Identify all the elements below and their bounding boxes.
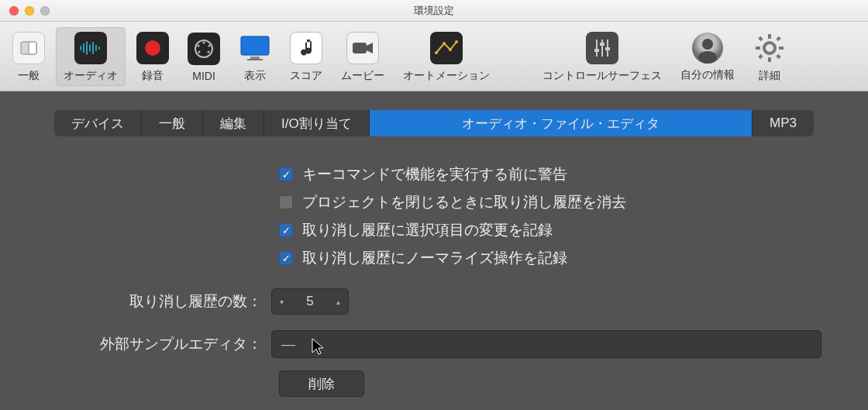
delete-button-row: 削除: [279, 370, 822, 397]
toolbar-item-movie[interactable]: ムービー: [333, 27, 392, 86]
tab-devices[interactable]: デバイス: [54, 110, 142, 136]
svg-rect-1: [29, 42, 36, 54]
checkbox-clear-undo-on-close[interactable]: プロジェクトを閉じるときに取り消し履歴を消去: [279, 192, 822, 212]
switch-icon: [12, 32, 45, 64]
toolbar-label: 一般: [18, 69, 40, 83]
svg-rect-19: [353, 43, 367, 53]
toolbar-label: ムービー: [341, 69, 384, 83]
svg-rect-27: [594, 49, 599, 52]
audio-pref-tabs: デバイス 一般 編集 I/O割り当て オーディオ・ファイル・エディタ MP3: [54, 110, 814, 136]
svg-rect-34: [768, 57, 771, 62]
form-area: ✓ キーコマンドで機能を実行する前に警告 プロジェクトを閉じるときに取り消し履歴…: [46, 164, 822, 397]
tab-mp3[interactable]: MP3: [753, 110, 814, 136]
external-editor-value: —: [281, 336, 295, 353]
svg-rect-40: [758, 53, 763, 58]
external-editor-label: 外部サンプルエディタ：: [46, 334, 271, 354]
toolbar-item-audio[interactable]: オーディオ: [56, 27, 126, 86]
svg-point-20: [435, 51, 438, 54]
svg-point-13: [208, 44, 211, 47]
automation-icon: [430, 32, 463, 64]
delete-button[interactable]: 削除: [279, 370, 364, 397]
chevron-up-icon[interactable]: ▴: [336, 298, 340, 306]
svg-point-21: [443, 42, 446, 45]
chevron-down-icon[interactable]: ▾: [280, 298, 284, 306]
svg-rect-18: [247, 59, 263, 60]
toolbar-item-general[interactable]: 一般: [5, 27, 53, 86]
toolbar-item-score[interactable]: スコア: [282, 27, 330, 86]
svg-point-12: [198, 44, 200, 47]
camera-icon: [346, 32, 379, 64]
checkbox-icon: ✓: [279, 223, 293, 237]
svg-rect-29: [605, 47, 610, 50]
check-mark-icon: ✓: [282, 253, 291, 264]
svg-rect-38: [776, 53, 780, 58]
toolbar-label: 自分の情報: [680, 68, 735, 82]
external-editor-field[interactable]: —: [271, 330, 822, 358]
svg-point-14: [198, 50, 201, 53]
toolbar-label: オートメーション: [403, 69, 490, 83]
svg-point-32: [764, 43, 775, 53]
toolbar-label: 録音: [142, 69, 164, 83]
undo-steps-label: 取り消し履歴の数：: [46, 291, 271, 312]
checkbox-icon: ✓: [279, 251, 293, 265]
undo-steps-stepper[interactable]: ▾ 5 ▴: [271, 288, 349, 315]
svg-point-22: [449, 48, 452, 51]
toolbar-label: 表示: [244, 69, 266, 83]
music-note-icon: [290, 32, 322, 64]
tab-io-assignments[interactable]: I/O割り当て: [264, 110, 370, 136]
record-icon: [136, 32, 169, 64]
checkbox-record-normalize-undo[interactable]: ✓ 取り消し履歴にノーマライズ操作を記録: [279, 248, 822, 268]
svg-point-30: [702, 39, 713, 50]
svg-rect-36: [779, 47, 784, 50]
toolbar-label: MIDI: [192, 70, 215, 82]
toolbar-item-record[interactable]: 録音: [129, 27, 177, 86]
toolbar-item-automation[interactable]: オートメーション: [395, 27, 498, 86]
tab-general[interactable]: 一般: [142, 110, 203, 136]
svg-rect-33: [768, 34, 771, 39]
svg-point-15: [208, 50, 210, 53]
checkbox-icon: ✓: [279, 167, 293, 181]
faders-icon: [586, 32, 618, 64]
svg-rect-35: [756, 47, 760, 50]
svg-point-31: [698, 51, 717, 64]
avatar-icon: [692, 33, 723, 64]
gear-icon: [753, 32, 786, 64]
tab-editing[interactable]: 編集: [203, 110, 264, 136]
svg-point-23: [455, 40, 458, 43]
svg-point-9: [145, 40, 160, 56]
checkbox-label: キーコマンドで機能を実行する前に警告: [302, 164, 567, 184]
toolbar-label: 詳細: [759, 69, 780, 83]
preferences-toolbar: 一般 オーディオ 録音 MIDI 表示 スコア ムービー: [0, 22, 868, 91]
toolbar-item-control-surfaces[interactable]: コントロールサーフェス: [535, 27, 670, 86]
window-title: 環境設定: [0, 4, 868, 18]
cursor-icon: [311, 337, 325, 356]
toolbar-label: オーディオ: [64, 69, 118, 83]
checkbox-warn-before-key-command[interactable]: ✓ キーコマンドで機能を実行する前に警告: [279, 164, 822, 184]
checkbox-record-selection-undo[interactable]: ✓ 取り消し履歴に選択項目の変更を記録: [279, 220, 822, 240]
toolbar-item-display[interactable]: 表示: [231, 27, 279, 86]
check-mark-icon: ✓: [282, 170, 291, 180]
display-icon: [239, 32, 271, 64]
svg-rect-16: [241, 36, 269, 55]
midi-port-icon: [188, 33, 220, 65]
undo-steps-value: 5: [278, 294, 342, 309]
checkbox-label: 取り消し履歴にノーマライズ操作を記録: [302, 248, 567, 268]
toolbar-item-midi[interactable]: MIDI: [180, 28, 228, 85]
checkbox-label: プロジェクトを閉じるときに取り消し履歴を消去: [302, 192, 626, 212]
toolbar-item-my-info[interactable]: 自分の情報: [673, 28, 742, 85]
preferences-body: デバイス 一般 編集 I/O割り当て オーディオ・ファイル・エディタ MP3 ✓…: [0, 91, 868, 410]
tab-audio-file-editor[interactable]: オーディオ・ファイル・エディタ: [370, 110, 753, 136]
waveform-icon: [74, 32, 107, 64]
svg-rect-28: [600, 43, 604, 46]
checkbox-label: 取り消し履歴に選択項目の変更を記録: [302, 220, 553, 240]
toolbar-item-advanced[interactable]: 詳細: [746, 27, 794, 86]
toolbar-label: スコア: [290, 69, 322, 83]
svg-rect-39: [776, 36, 780, 40]
external-editor-row: 外部サンプルエディタ： —: [46, 330, 822, 358]
check-mark-icon: ✓: [282, 226, 291, 236]
undo-steps-row: 取り消し履歴の数： ▾ 5 ▴: [46, 288, 822, 315]
svg-rect-37: [758, 36, 763, 40]
titlebar: 環境設定: [0, 0, 868, 22]
svg-rect-17: [250, 57, 260, 59]
checkbox-icon: [279, 195, 293, 209]
